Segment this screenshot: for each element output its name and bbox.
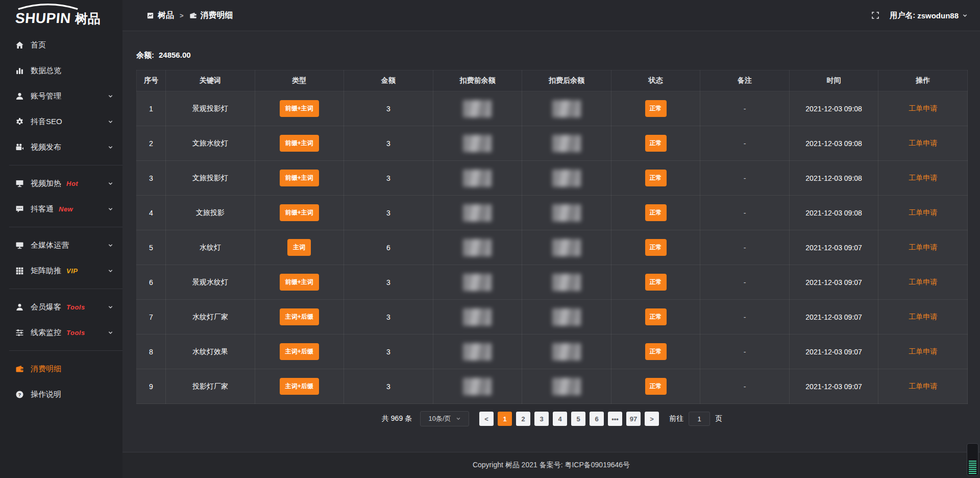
chat-icon <box>15 205 24 213</box>
page-button-2[interactable]: 2 <box>516 412 530 426</box>
pagination: 共 969 条10条/页<123456•••97>前往页 <box>136 411 968 426</box>
logo-text-en: SHUPIN <box>15 10 72 27</box>
page-button-3[interactable]: 3 <box>534 412 549 426</box>
sidebar-item-video-heating[interactable]: 视频加热Hot <box>0 171 122 196</box>
next-page-button[interactable]: > <box>645 412 659 426</box>
page-size-value: 10条/页 <box>429 414 451 423</box>
logo-text-cn: 树品 <box>75 10 101 27</box>
table-row: 2文旅水纹灯前缀+主词3正常-2021-12-03 09:08工单申请 <box>137 126 968 161</box>
balance-after-cell <box>522 265 611 300</box>
redacted-balance-after <box>552 343 581 361</box>
balance-after-cell <box>522 91 611 126</box>
balance-label: 余额: <box>136 51 154 60</box>
balance-after-cell <box>522 196 611 230</box>
breadcrumb-item-consumption-detail[interactable]: 消费明细 <box>189 10 233 21</box>
status-badge: 正常 <box>645 204 667 221</box>
work-order-link[interactable]: 工单申请 <box>909 278 937 286</box>
time-cell: 2021-12-03 09:08 <box>789 196 878 230</box>
work-order-link[interactable]: 工单申请 <box>909 208 937 217</box>
type-badge: 前缀+主词 <box>280 170 319 186</box>
amount-cell: 3 <box>344 369 433 404</box>
keyword-cell: 水纹灯 <box>166 230 255 265</box>
status-badge: 正常 <box>645 239 667 256</box>
balance-after-cell <box>522 126 611 161</box>
balance-before-cell <box>433 265 522 300</box>
sidebar-item-media-operation[interactable]: 全媒体运营 <box>0 232 122 258</box>
home-icon <box>15 41 24 50</box>
work-order-link[interactable]: 工单申请 <box>909 243 937 251</box>
type-cell: 前缀+主词 <box>255 265 344 300</box>
bar-chart-icon <box>15 66 24 75</box>
row-index-cell: 3 <box>137 161 166 196</box>
prev-page-button[interactable]: < <box>479 412 494 426</box>
page-size-select[interactable]: 10条/页 <box>420 411 469 426</box>
page-ellipsis[interactable]: ••• <box>608 412 622 426</box>
work-order-link[interactable]: 工单申请 <box>909 382 937 390</box>
sidebar-item-data-overview[interactable]: 数据总览 <box>0 58 122 83</box>
sidebar-item-label: 消费明细 <box>31 364 61 374</box>
work-order-link[interactable]: 工单申请 <box>909 174 937 182</box>
table-row: 3文旅投影灯前缀+主词3正常-2021-12-03 09:08工单申请 <box>137 161 968 196</box>
type-cell: 主词+后缀 <box>255 334 344 369</box>
table-row: 6景观水纹灯前缀+主词3正常-2021-12-03 09:07工单申请 <box>137 265 968 300</box>
sidebar-item-account-management[interactable]: 账号管理 <box>0 83 122 109</box>
row-index-cell: 6 <box>137 265 166 300</box>
row-index-cell: 1 <box>137 91 166 126</box>
sidebar-item-home[interactable]: 首页 <box>0 32 122 58</box>
type-badge: 主词 <box>287 239 311 256</box>
wallet-icon <box>189 12 197 19</box>
user-dropdown[interactable]: 用户名: zswodun88 <box>890 11 968 20</box>
work-order-link[interactable]: 工单申请 <box>909 313 937 321</box>
keyword-cell: 文旅投影灯 <box>166 161 255 196</box>
sidebar-item-label: 会员爆客 <box>31 302 61 312</box>
status-badge: 正常 <box>645 170 667 186</box>
row-index-cell: 8 <box>137 334 166 369</box>
sidebar-item-label: 首页 <box>31 40 46 50</box>
keyword-cell: 景观水纹灯 <box>166 265 255 300</box>
work-order-link[interactable]: 工单申请 <box>909 104 937 112</box>
logo[interactable]: SHUPIN 树品 <box>0 0 122 32</box>
page-button-1[interactable]: 1 <box>498 412 512 426</box>
amount-cell: 6 <box>344 230 433 265</box>
sidebar-item-label: 操作说明 <box>31 390 61 399</box>
corner-widget[interactable] <box>967 443 978 476</box>
time-cell: 2021-12-03 09:07 <box>789 369 878 404</box>
sidebar-item-douyin-seo[interactable]: 抖音SEO <box>0 109 122 134</box>
page-button-4[interactable]: 4 <box>553 412 567 426</box>
time-cell: 2021-12-03 09:08 <box>789 126 878 161</box>
goto-page-input[interactable] <box>689 412 710 426</box>
sidebar-divider <box>9 227 122 227</box>
type-cell: 前缀+主词 <box>255 196 344 230</box>
page-button-97[interactable]: 97 <box>626 412 641 426</box>
video-icon <box>15 143 24 152</box>
username-label: 用户名: <box>890 11 915 20</box>
sidebar-divider <box>9 350 122 351</box>
sidebar-item-instructions[interactable]: ?操作说明 <box>0 381 122 407</box>
balance-before-cell <box>433 334 522 369</box>
logo-arc-icon <box>16 3 80 10</box>
type-cell: 前缀+主词 <box>255 91 344 126</box>
sidebar-item-member-baoke[interactable]: 会员爆客Tools <box>0 294 122 320</box>
breadcrumb-item-shupin[interactable]: 树品 <box>146 10 174 21</box>
fullscreen-icon[interactable] <box>871 11 879 19</box>
page-button-6[interactable]: 6 <box>590 412 604 426</box>
work-order-link[interactable]: 工单申请 <box>909 347 937 355</box>
work-order-link[interactable]: 工单申请 <box>909 139 937 147</box>
balance-before-cell <box>433 126 522 161</box>
type-cell: 主词+后缀 <box>255 369 344 404</box>
status-cell: 正常 <box>611 161 700 196</box>
sidebar-item-label: 抖客通 <box>31 204 54 214</box>
consumption-table: 序号关键词类型金额扣费前余额扣费后余额状态备注时间操作 1景观投影灯前缀+主词3… <box>136 70 968 404</box>
type-badge: 前缀+主词 <box>280 204 319 221</box>
balance-value: 24856.00 <box>159 51 191 60</box>
sidebar-item-douketong[interactable]: 抖客通New <box>0 196 122 222</box>
sidebar-item-consumption-detail[interactable]: 消费明细 <box>0 356 122 381</box>
amount-cell: 3 <box>344 334 433 369</box>
redacted-balance-before <box>463 135 492 152</box>
sidebar-item-video-publish[interactable]: 视频发布 <box>0 134 122 160</box>
amount-cell: 3 <box>344 91 433 126</box>
sidebar-item-clue-monitor[interactable]: 线索监控Tools <box>0 320 122 345</box>
sidebar-item-matrix-boost[interactable]: 矩阵助推VIP <box>0 258 122 283</box>
page-button-5[interactable]: 5 <box>571 412 585 426</box>
balance-after-cell <box>522 161 611 196</box>
